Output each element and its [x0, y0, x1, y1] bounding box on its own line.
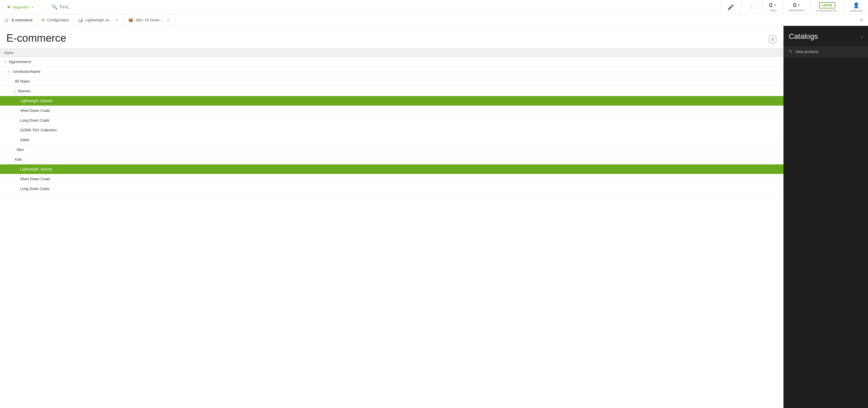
add-button[interactable]: ⇪ — [768, 35, 777, 44]
tree-header: Name — [0, 48, 783, 57]
search-icon: 🔍 — [52, 4, 58, 10]
notifications-button[interactable]: 0 ▼ Notifications — [784, 0, 810, 14]
tasks-button[interactable]: 0 ▼ Tasks — [763, 0, 784, 14]
panel-title: Catalogs — [789, 32, 818, 41]
search-area[interactable]: 🔍 — [48, 0, 720, 14]
top-bar: magnolia 🔍 🎤 ⋮ 0 ▼ Tasks 0 — [0, 0, 868, 14]
tree-item-label: Long Down Coats — [20, 186, 50, 191]
tree-row[interactable]: Gilets — [0, 135, 783, 145]
tree-row[interactable]: › Men — [0, 145, 783, 155]
tasks-count: 0 — [769, 2, 772, 8]
microphone-button[interactable]: 🎤 — [720, 0, 741, 14]
tab-ecommerce[interactable]: 🛒 E-commerce — [0, 14, 37, 26]
tree-row[interactable]: ∨ Women — [0, 86, 783, 96]
tree-icon-lw: 📊 — [78, 18, 83, 23]
tree-row[interactable]: Long Down Coats — [0, 184, 783, 194]
panel-header: Catalogs › — [783, 26, 868, 46]
tree-table: Name ∨ bigcommerce∨ connectionNameAll St… — [0, 48, 783, 194]
tree-item-label: Long Down Coats — [20, 118, 50, 123]
content-area: E-commerce ⇪ Name ∨ bigcommerce∨ connect… — [0, 26, 783, 408]
user-button[interactable]: 👤 superuser — [844, 0, 868, 14]
top-actions: 🎤 ⋮ 0 ▼ Tasks 0 ▼ Notifications LOCAL e-… — [720, 0, 868, 14]
page-header: E-commerce ⇪ — [0, 26, 783, 48]
apps-icon: ⋮ — [749, 4, 754, 10]
tree-row[interactable]: Kids — [0, 155, 783, 164]
tree-row[interactable]: All Styles — [0, 76, 783, 86]
microphone-icon: 🎤 — [727, 4, 734, 10]
svg-text:magnolia: magnolia — [13, 5, 29, 9]
environment-button[interactable]: LOCAL e-Commerce Au... — [810, 0, 844, 14]
tree-item-label: bigcommerce — [9, 60, 31, 64]
tree-item-label: Lightweight Jackets — [20, 167, 52, 171]
collapse-icon[interactable]: ∨ — [4, 60, 7, 64]
column-name-header: Name — [0, 48, 783, 57]
tree-row[interactable]: GORE-TEX Collection — [0, 125, 783, 135]
tree-row[interactable]: ∨ connectionName — [0, 67, 783, 76]
tab-slim-fit-label: Slim- Fit Down ... — [135, 18, 164, 22]
tasks-chevron: ▼ — [773, 3, 777, 7]
tab-ecommerce-label: E-commerce — [11, 18, 32, 22]
search-input[interactable] — [60, 5, 113, 9]
tree-item-label: Short Down Coats — [20, 108, 50, 113]
tab-configuration-label: Configuration — [47, 18, 69, 22]
apps-button[interactable]: ⋮ — [741, 0, 763, 14]
notifications-chevron: ▼ — [798, 3, 801, 7]
tree-item-label: Lightweight Jackets — [20, 99, 52, 103]
tree-item-label: Short Down Coats — [20, 177, 50, 181]
tab-lightweight-ja-label: Lightweight Ja... — [85, 18, 112, 22]
right-panel: Catalogs › ✎ View products — [783, 26, 868, 408]
add-icon: ⇪ — [771, 37, 774, 42]
logo-area: magnolia — [0, 3, 48, 11]
magnolia-logo: magnolia — [5, 3, 37, 11]
user-label: superuser — [850, 9, 863, 12]
tree-item-label: connectionName — [13, 69, 40, 74]
tab-bar: 🛒 E-commerce ⚙ Configuration 📊 Lightweig… — [0, 14, 868, 26]
tree-item-label: Gilets — [20, 138, 30, 142]
close-tab-slim-fit[interactable]: ✕ — [166, 18, 171, 23]
tree-row[interactable]: ∨ bigcommerce — [0, 57, 783, 67]
tree-row[interactable]: Short Down Coats — [0, 174, 783, 184]
tree-row[interactable]: Long Down Coats — [0, 115, 783, 125]
box-icon-slim: 📦 — [128, 18, 133, 23]
tree-row[interactable]: Short Down Coats — [0, 106, 783, 115]
gear-icon-config: ⚙ — [41, 18, 45, 23]
collapse-icon[interactable]: ∨ — [13, 90, 17, 93]
collapse-icon[interactable]: ∨ — [8, 70, 11, 74]
svg-point-1 — [32, 7, 33, 8]
main-layout: E-commerce ⇪ Name ∨ bigcommerce∨ connect… — [0, 26, 868, 408]
tree-row[interactable]: Lightweight Jackets — [0, 164, 783, 174]
logo-svg: magnolia — [5, 3, 37, 11]
env-badge: LOCAL — [819, 2, 835, 8]
notifications-area: 0 ▼ — [793, 2, 800, 8]
tree-item-label: Kids — [15, 157, 22, 162]
tasks-label: Tasks — [769, 9, 777, 12]
tree-item-label: All Styles — [15, 79, 30, 83]
page-title: E-commerce — [6, 32, 66, 44]
panel-close-button[interactable]: › — [861, 34, 863, 39]
tab-configuration[interactable]: ⚙ Configuration — [37, 14, 73, 26]
tree-item-label: Men — [17, 147, 24, 152]
env-label: e-Commerce Au... — [815, 9, 839, 12]
edit-icon: ✎ — [789, 49, 792, 54]
tree-item-label: Women — [18, 89, 31, 93]
tasks-area: 0 ▼ — [769, 2, 777, 8]
notifications-count: 0 — [793, 2, 796, 8]
close-tab-bar[interactable]: ✕ — [855, 17, 868, 23]
tab-lightweight-ja[interactable]: 📊 Lightweight Ja... ✕ — [74, 14, 124, 26]
cart-icon: 🛒 — [4, 18, 9, 23]
view-products-label: View products — [795, 49, 818, 54]
expand-icon[interactable]: › — [13, 148, 15, 152]
tab-slim-fit[interactable]: 📦 Slim- Fit Down ... ✕ — [124, 14, 176, 26]
close-tab-lightweight-ja[interactable]: ✕ — [114, 18, 119, 23]
user-icon: 👤 — [853, 2, 860, 8]
notifications-label: Notifications — [789, 9, 805, 12]
tree-item-label: GORE-TEX Collection — [20, 128, 57, 132]
panel-action-view-products[interactable]: ✎ View products — [783, 46, 868, 57]
tree-row[interactable]: Lightweight Jackets — [0, 96, 783, 106]
tree-body: ∨ bigcommerce∨ connectionNameAll Styles∨… — [0, 57, 783, 194]
